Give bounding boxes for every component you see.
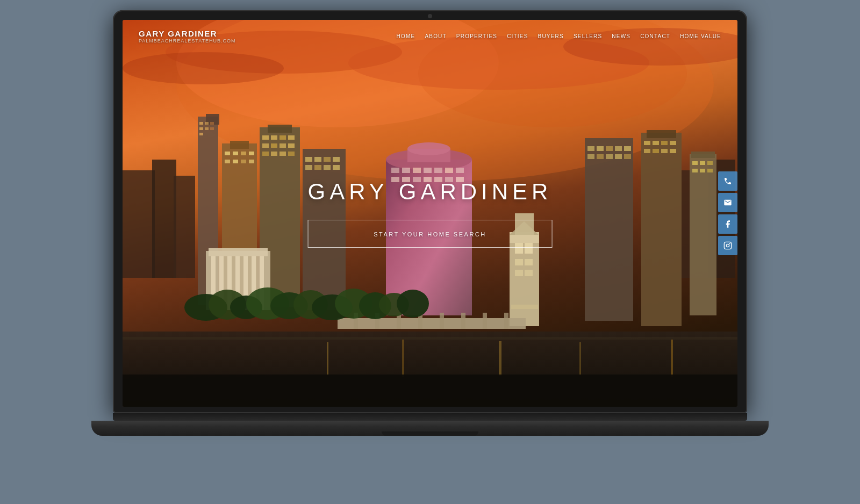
svg-point-140 <box>397 290 429 318</box>
svg-rect-100 <box>504 313 508 329</box>
svg-rect-102 <box>587 146 594 151</box>
svg-rect-69 <box>402 168 410 173</box>
social-icons <box>718 171 737 255</box>
email-icon-button[interactable] <box>718 193 737 212</box>
brand: GARY GARDINER PALMBEACHREALESTATEHUB.COM <box>139 29 236 44</box>
svg-rect-108 <box>597 154 604 159</box>
svg-rect-18 <box>199 127 203 130</box>
svg-rect-89 <box>525 259 533 265</box>
svg-rect-142 <box>123 337 737 340</box>
nav-home[interactable]: HOME <box>397 33 415 39</box>
svg-rect-99 <box>483 313 487 329</box>
svg-point-67 <box>407 142 450 155</box>
laptop-device: GARY GARDINER PALMBEACHREALESTATEHUB.COM… <box>75 10 785 494</box>
svg-rect-113 <box>647 130 676 138</box>
svg-rect-25 <box>233 152 238 155</box>
svg-rect-106 <box>624 146 631 151</box>
svg-rect-21 <box>199 133 203 135</box>
svg-rect-58 <box>324 157 331 162</box>
svg-rect-128 <box>700 169 705 172</box>
svg-rect-129 <box>707 169 713 172</box>
svg-rect-28 <box>225 160 230 163</box>
nav-about[interactable]: ABOUT <box>425 33 446 39</box>
laptop-base-area <box>91 413 769 436</box>
nav-links: HOME ABOUT PROPERTIES CITIES BUYERS SELL… <box>397 33 721 39</box>
svg-rect-73 <box>445 168 453 173</box>
svg-rect-74 <box>456 168 464 173</box>
nav-buyers[interactable]: BUYERS <box>538 33 564 39</box>
svg-rect-34 <box>262 135 269 140</box>
svg-rect-101 <box>585 138 633 321</box>
svg-rect-149 <box>511 305 538 309</box>
svg-rect-111 <box>624 154 631 159</box>
brand-url: PALMBEACHREALESTATEHUB.COM <box>139 38 236 44</box>
svg-rect-63 <box>333 165 340 170</box>
svg-rect-91 <box>525 270 533 276</box>
nav-contact[interactable]: CONTACT <box>640 33 670 39</box>
hero-cta-label: START YOUR HOME SEARCH <box>374 231 486 237</box>
nav-properties[interactable]: PROPERTIES <box>456 33 497 39</box>
svg-rect-115 <box>653 141 659 145</box>
laptop-base <box>91 421 769 436</box>
nav-sellers[interactable]: SELLERS <box>574 33 602 39</box>
svg-rect-38 <box>262 143 269 148</box>
svg-rect-8 <box>123 170 155 278</box>
email-icon <box>723 198 732 207</box>
svg-rect-56 <box>305 157 312 162</box>
svg-rect-23 <box>230 141 249 149</box>
instagram-icon <box>723 241 732 250</box>
svg-rect-62 <box>324 165 331 170</box>
svg-rect-35 <box>271 135 277 140</box>
svg-rect-15 <box>199 122 203 125</box>
svg-rect-121 <box>670 149 676 153</box>
svg-rect-148 <box>123 375 737 407</box>
laptop-camera <box>428 14 432 18</box>
svg-rect-117 <box>670 141 676 145</box>
brand-name: GARY GARDINER <box>139 29 236 38</box>
svg-rect-127 <box>692 169 698 172</box>
svg-rect-146 <box>579 342 581 375</box>
laptop-screen-outer: GARY GARDINER PALMBEACHREALESTATEHUB.COM… <box>113 10 747 413</box>
nav-news[interactable]: NEWS <box>612 33 630 39</box>
laptop-screen-inner: GARY GARDINER PALMBEACHREALESTATEHUB.COM… <box>123 20 737 407</box>
svg-rect-88 <box>515 259 523 265</box>
svg-rect-40 <box>280 143 286 148</box>
svg-rect-43 <box>271 152 277 156</box>
phone-icon <box>723 177 732 185</box>
svg-rect-125 <box>700 161 705 165</box>
svg-rect-29 <box>233 160 238 163</box>
svg-rect-107 <box>587 154 594 159</box>
facebook-icon-button[interactable] <box>718 214 737 234</box>
svg-rect-60 <box>305 165 312 170</box>
svg-rect-20 <box>210 127 214 130</box>
svg-rect-17 <box>210 122 214 125</box>
phone-icon-button[interactable] <box>718 171 737 191</box>
svg-rect-147 <box>671 340 673 377</box>
svg-rect-37 <box>288 135 295 140</box>
hero-content: GARY GARDINER START YOUR HOME SEARCH <box>308 179 553 248</box>
svg-rect-39 <box>271 143 277 148</box>
navbar: GARY GARDINER PALMBEACHREALESTATEHUB.COM… <box>123 20 737 52</box>
svg-rect-41 <box>288 143 295 148</box>
svg-rect-10 <box>174 176 195 278</box>
nav-cities[interactable]: CITIES <box>507 33 528 39</box>
svg-rect-97 <box>440 313 444 329</box>
svg-rect-70 <box>413 168 421 173</box>
svg-rect-61 <box>314 165 321 170</box>
svg-rect-47 <box>209 248 268 256</box>
hero-cta-button[interactable]: START YOUR HOME SEARCH <box>308 220 553 248</box>
svg-rect-122 <box>690 154 716 315</box>
svg-rect-30 <box>241 160 246 163</box>
svg-rect-143 <box>327 342 328 375</box>
instagram-icon-button[interactable] <box>718 236 737 255</box>
svg-rect-16 <box>205 122 209 125</box>
svg-point-152 <box>729 243 730 244</box>
nav-home-value[interactable]: HOME VALUE <box>680 33 721 39</box>
svg-rect-120 <box>661 149 668 153</box>
svg-rect-59 <box>333 157 340 162</box>
svg-rect-104 <box>606 146 613 151</box>
svg-rect-36 <box>280 135 286 140</box>
svg-rect-72 <box>434 168 442 173</box>
svg-rect-98 <box>461 313 465 329</box>
svg-rect-24 <box>225 152 230 155</box>
